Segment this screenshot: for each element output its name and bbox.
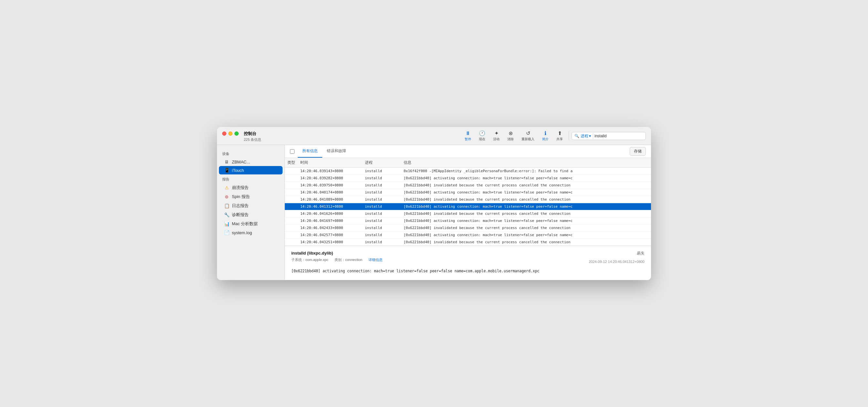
sidebar-item-label: 诊断报告 <box>232 212 249 218</box>
row-process: installd <box>362 217 401 224</box>
row-process: installd <box>362 203 401 210</box>
row-time: 14:20:46.041312+0800 <box>298 203 362 210</box>
table-row[interactable]: 14:20:46.039750+0800installd[0x6221bbd40… <box>285 182 651 189</box>
traffic-lights <box>222 131 239 136</box>
search-input[interactable] <box>594 134 643 138</box>
row-process: installd <box>362 210 401 217</box>
clear-button[interactable]: ⊗ 清除 <box>504 129 517 143</box>
row-process: installd <box>362 189 401 196</box>
chevron-down-icon: ▾ <box>589 134 591 138</box>
row-time: 14:20:46.039282+0800 <box>298 175 362 182</box>
table-row[interactable]: 14:20:46.043251+0800installd[0x6221bbd40… <box>285 239 651 246</box>
row-time: 14:20:46.043251+0800 <box>298 239 362 246</box>
sidebar-item-zbmac[interactable]: 🖥 ZBMAC... <box>219 158 283 166</box>
sidebar-item-log[interactable]: 📋 日志报告 <box>219 201 283 210</box>
search-filter-dropdown[interactable]: 进程 ▾ <box>581 133 593 138</box>
row-process: installd <box>362 196 401 203</box>
detail-header: installd (libxpc.dylib) 易失 <box>291 251 645 256</box>
maximize-button[interactable] <box>235 131 239 136</box>
table-row[interactable]: 14:20:46.040174+0800installd[0x6221bbd40… <box>285 189 651 196</box>
row-time: 14:20:46.041626+0800 <box>298 210 362 217</box>
table-row[interactable]: 14:20:46.041089+0800installd[0x6221bbd40… <box>285 196 651 203</box>
pause-icon: ⏸ <box>465 130 470 136</box>
row-time: 14:20:46.042433+0800 <box>298 224 362 231</box>
sidebar-item-syslog[interactable]: 📄 system.log <box>219 228 283 237</box>
analytics-icon: 📊 <box>224 221 229 226</box>
now-button[interactable]: 🕐 现在 <box>476 129 489 143</box>
col-header-message: 信息 <box>401 158 651 168</box>
activity-button[interactable]: ✦ 活动 <box>490 129 503 143</box>
col-header-time: 时间 <box>298 158 362 168</box>
detail-timestamp: 2024-09-12 14:20:46.041312+0800 <box>589 260 645 263</box>
row-message: [0x6221bbd40] activating connection: mac… <box>401 231 651 239</box>
table-row[interactable]: 14:20:46.041312+0800installd[0x6221bbd40… <box>285 203 651 210</box>
row-message: [0x6221bbd40] activating connection: mac… <box>401 175 651 182</box>
row-process: installd <box>362 231 401 239</box>
save-button[interactable]: 存储 <box>630 147 646 156</box>
detail-link[interactable]: 详细信息 <box>368 258 383 262</box>
activity-icon: ✦ <box>494 130 499 136</box>
tab-all-messages[interactable]: 所有信息 <box>298 145 322 158</box>
sidebar-item-label: Mac 分析数据 <box>232 221 258 227</box>
log-table-wrapper: 类型 时间 进程 信息 14:20:46.039143+0800installd… <box>285 158 651 246</box>
sidebar-item-crash[interactable]: ⚠ 崩溃报告 <box>219 183 283 192</box>
table-row[interactable]: 14:20:46.039143+0800installd0x16f42f000 … <box>285 168 651 175</box>
main-window: 控制台 225 条信息 ⏸ 暂停 🕐 现在 ✦ 活动 ⊗ 清除 ↺ 重新载入 <box>217 127 651 280</box>
row-message: [0x6221bbd40] activating connection: mac… <box>401 217 651 224</box>
col-header-process: 进程 <box>362 158 401 168</box>
detail-panel: installd (libxpc.dylib) 易失 子系统：com.apple… <box>285 246 651 280</box>
syslog-icon: 📄 <box>224 230 229 235</box>
row-process: installd <box>362 224 401 231</box>
content-area: 所有信息 错误和故障 存储 类型 时间 进程 信息 <box>285 145 651 280</box>
table-row[interactable]: 14:20:46.039282+0800installd[0x6221bbd40… <box>285 175 651 182</box>
sidebar-item-label: system.log <box>232 230 252 235</box>
sidebar-item-analytics[interactable]: 📊 Mac 分析数据 <box>219 219 283 228</box>
reload-button[interactable]: ↺ 重新载入 <box>518 129 538 143</box>
minimize-button[interactable] <box>228 131 232 136</box>
col-header-type: 类型 <box>285 158 298 168</box>
row-message: [0x6221bbd40] invalidated because the cu… <box>401 224 651 231</box>
subsystem-label: 子系统：com.apple.xpc <box>291 258 331 262</box>
titlebar: 控制台 225 条信息 ⏸ 暂停 🕐 现在 ✦ 活动 ⊗ 清除 ↺ 重新载入 <box>217 127 651 145</box>
info-icon: ℹ <box>545 130 547 136</box>
row-time: 14:20:46.040174+0800 <box>298 189 362 196</box>
row-time: 14:20:46.039143+0800 <box>298 168 362 175</box>
detail-message: [0x6221bbd40] activating connection: mac… <box>291 265 645 277</box>
table-row[interactable]: 14:20:46.041697+0800installd[0x6221bbd40… <box>285 217 651 224</box>
table-row[interactable]: 14:20:46.042433+0800installd[0x6221bbd40… <box>285 224 651 231</box>
search-box: 🔍 进程 ▾ <box>571 132 646 140</box>
sidebar-item-label: Spin 报告 <box>232 194 250 199</box>
tab-bar: 所有信息 错误和故障 存储 <box>285 145 651 158</box>
main-layout: 设备 🖥 ZBMAC... 📱 iTouch 报告 ⚠ 崩溃报告 ⊛ Spin … <box>217 145 651 280</box>
row-message: [0x6221bbd40] invalidated because the cu… <box>401 239 651 246</box>
row-process: installd <box>362 182 401 189</box>
table-row[interactable]: 14:20:46.041626+0800installd[0x6221bbd40… <box>285 210 651 217</box>
row-message: [0x6221bbd40] invalidated because the cu… <box>401 196 651 203</box>
close-button[interactable] <box>222 131 226 136</box>
sidebar-item-label: ZBMAC... <box>232 160 250 164</box>
log-rows: 14:20:46.039143+0800installd0x16f42f000 … <box>285 168 651 246</box>
tab-errors[interactable]: 错误和故障 <box>322 145 351 158</box>
sidebar-item-itouch[interactable]: 📱 iTouch <box>219 166 283 175</box>
table-row[interactable]: 14:20:46.042577+0800installd[0x6221bbd40… <box>285 231 651 239</box>
row-message: [0x6221bbd40] invalidated because the cu… <box>401 210 651 217</box>
row-message: [0x6221bbd40] activating connection: mac… <box>401 203 651 210</box>
info-button[interactable]: ℹ 简介 <box>539 129 552 143</box>
share-button[interactable]: ⬆ 共享 <box>553 129 566 143</box>
search-icon: 🔍 <box>575 134 579 138</box>
all-rows-checkbox[interactable] <box>290 149 294 154</box>
devices-section-label: 设备 <box>217 149 284 158</box>
row-time: 14:20:46.039750+0800 <box>298 182 362 189</box>
sidebar: 设备 🖥 ZBMAC... 📱 iTouch 报告 ⚠ 崩溃报告 ⊛ Spin … <box>217 145 285 280</box>
sidebar-item-diag[interactable]: 🔧 诊断报告 <box>219 210 283 219</box>
category-label: 类别：connection <box>335 258 365 262</box>
log-icon: 📋 <box>224 203 229 208</box>
pause-button[interactable]: ⏸ 暂停 <box>461 129 474 143</box>
detail-badge: 易失 <box>637 251 645 256</box>
log-table: 类型 时间 进程 信息 14:20:46.039143+0800installd… <box>285 158 651 246</box>
sidebar-item-label: 日志报告 <box>232 203 249 209</box>
sidebar-item-spin[interactable]: ⊛ Spin 报告 <box>219 192 283 201</box>
row-message: [0x6221bbd40] invalidated because the cu… <box>401 182 651 189</box>
row-process: installd <box>362 168 401 175</box>
spin-icon: ⊛ <box>224 194 229 199</box>
